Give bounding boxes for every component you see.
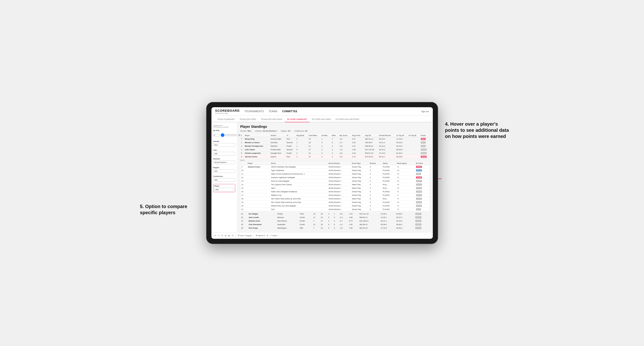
col-event-rank-impact: Rank Impact bbox=[396, 162, 415, 165]
col-event-w-points: W Points bbox=[415, 162, 430, 165]
table-row: 24 Bastien Amat New Mexico Fourth 1 27 2… bbox=[240, 219, 430, 223]
year-label: Year bbox=[213, 149, 235, 151]
toolbar-separator bbox=[236, 234, 236, 237]
no-rds-slider[interactable] bbox=[221, 133, 237, 137]
conference-select[interactable]: (All) bbox=[213, 178, 235, 182]
region-select[interactable]: N/A bbox=[213, 169, 235, 173]
col-no-rds: No Rds. bbox=[321, 134, 331, 137]
update-time: Update time: 27/01/2024 16:56:26 bbox=[213, 125, 235, 128]
conference-section: Conference (All) bbox=[213, 175, 235, 182]
division-section: Division NCAA Division I bbox=[213, 158, 235, 164]
tab-team-h2h-heatmap[interactable]: TEAM H2H HEATMAP bbox=[258, 118, 285, 122]
gender-select[interactable]: Men Women bbox=[213, 143, 235, 147]
event-points[interactable]: 24.11 bbox=[416, 183, 422, 186]
table-row: 13 Amer An Intercollegiate NCAA Division… bbox=[240, 179, 430, 183]
event-points[interactable]: 65.40 bbox=[416, 205, 422, 207]
division-select[interactable]: NCAA Division I bbox=[213, 161, 235, 164]
points-value[interactable]: 40.27 bbox=[415, 216, 422, 218]
event-points[interactable]: 73.23 bbox=[416, 176, 422, 178]
points-value-hovered[interactable]: 58.18 bbox=[421, 156, 427, 158]
no-rds-label: No Rds. bbox=[213, 129, 235, 132]
col-yr: Yr bbox=[286, 134, 296, 137]
event-points[interactable]: 24.11 bbox=[416, 187, 422, 189]
table-row: 19 SEC Stroke Play hosted by Jerry Pate … bbox=[240, 200, 430, 204]
col-reg-rank: Reg Rank bbox=[296, 134, 308, 137]
tablet-frame: SCOREBOARD Powered by clippi TOURNAMENTS… bbox=[206, 102, 438, 244]
logo-text: SCOREBOARD bbox=[215, 109, 240, 112]
nav-teams[interactable]: TEAMS bbox=[269, 109, 278, 114]
points-value[interactable]: 68.94 bbox=[421, 149, 427, 151]
player-section: Player (All) bbox=[213, 184, 235, 192]
tablet-screen: SCOREBOARD Powered by clippi TOURNAMENTS… bbox=[212, 107, 433, 239]
year-select[interactable]: (All) bbox=[213, 152, 235, 156]
event-points[interactable]: 46.7 bbox=[416, 173, 421, 175]
clock-btn[interactable]: ⏱ bbox=[232, 234, 234, 237]
tab-player-h2h-heatmap[interactable]: PLAYER H2H HEATMAP bbox=[333, 118, 362, 122]
redo-btn[interactable]: ↪ bbox=[218, 234, 220, 237]
logo-sub: Powered by clippi bbox=[215, 112, 240, 114]
tab-player-summary[interactable]: PLAYER SUMMARY bbox=[285, 118, 309, 122]
niche-label: Niche bbox=[240, 159, 430, 161]
table-row: 1 Wenyi Ding Arizona State First 1 15 1 … bbox=[240, 137, 430, 141]
points-value[interactable]: 38.49 bbox=[415, 227, 422, 229]
col-adj-score: Adj. Score bbox=[338, 134, 351, 137]
undo-btn[interactable]: ↩ bbox=[214, 234, 216, 237]
col-event-rounds: Rounds bbox=[369, 162, 382, 165]
view-label: View: Original bbox=[240, 234, 252, 237]
share-btn[interactable]: ↗ Share bbox=[270, 234, 277, 237]
grid-btn[interactable]: ⊞ bbox=[228, 234, 230, 237]
view-original-btn[interactable]: 👁 View: Original bbox=[238, 234, 252, 237]
tab-player-h2h-grid[interactable]: PLAYER H2H GRID bbox=[310, 118, 333, 122]
event-points[interactable]: 30.47 bbox=[416, 194, 422, 196]
table-row: 22 Ian Gilligan Florida Third 10 24 1 1 … bbox=[240, 212, 430, 216]
table-row: 18 SEC Match Play hosted by Jerry Pate N… bbox=[240, 197, 430, 200]
points-value[interactable]: 40.02 bbox=[415, 220, 422, 222]
table-row: 25 Cole Sherwood Vanderbilt Fourth 12 23… bbox=[240, 223, 430, 226]
nav-tournaments[interactable]: TOURNAMENTS bbox=[244, 109, 264, 114]
table-row: 26 Petr Hruby Washington Fifth 7 23 0 0 … bbox=[240, 226, 430, 230]
points-value[interactable]: 39.95 bbox=[415, 223, 422, 226]
more-players-table: 22 Ian Gilligan Florida Third 10 24 1 1 … bbox=[240, 212, 430, 230]
event-points[interactable]: 57.57 bbox=[416, 180, 422, 182]
refresh-btn[interactable]: ⟳ bbox=[221, 234, 223, 237]
annotation-left-text: 5. Option to compare specific players bbox=[140, 204, 187, 215]
table-row: 4 Luke Claton Florida State Second 5 27 … bbox=[240, 148, 430, 151]
event-points[interactable]: 53.60 bbox=[416, 169, 422, 172]
event-points[interactable]: 20.64 bbox=[416, 166, 422, 168]
no-rds-section: No Rds. bbox=[213, 129, 235, 138]
player-select[interactable]: (All) bbox=[214, 188, 234, 191]
nav-committee[interactable]: COMMITTEE bbox=[282, 109, 298, 114]
points-value[interactable]: 40.58 bbox=[415, 213, 422, 215]
sign-out-link[interactable]: Sign out bbox=[421, 110, 429, 113]
filter-gender: Gender: Men bbox=[240, 130, 252, 132]
points-value[interactable]: 76.2 bbox=[421, 142, 426, 144]
col-overall: Overall Record bbox=[378, 134, 395, 137]
col-avg-to-par: Avg to-Par bbox=[351, 134, 364, 137]
event-points[interactable]: 16.50 bbox=[416, 190, 422, 193]
points-value[interactable]: 70.2 bbox=[421, 145, 426, 147]
panel-title: Player Standings bbox=[240, 125, 430, 129]
download-btn[interactable]: ⬇ bbox=[266, 234, 268, 237]
no-rds-min-input[interactable] bbox=[213, 134, 220, 137]
event-points[interactable]: 25.36 bbox=[416, 198, 422, 200]
tab-team-h2h-grid[interactable]: TEAM H2H GRID bbox=[237, 118, 259, 122]
points-value[interactable]: 60.09 bbox=[421, 152, 427, 154]
sub-nav: TEAM SUMMARY TEAM H2H GRID TEAM H2H HEAT… bbox=[212, 116, 433, 122]
col-vs50: Vs Top 50 bbox=[408, 134, 420, 137]
table-row: 16 Fallen Oak Collegiate Invitational NC… bbox=[240, 190, 430, 193]
table-row: 20 Mirabel Maui Jim Intercollegiate NCAA… bbox=[240, 204, 430, 208]
division-label: Division bbox=[213, 158, 235, 160]
copy-btn[interactable]: ⧉ bbox=[225, 234, 226, 237]
table-row: 12 Southern Highlands Collegiate NCAA Di… bbox=[240, 176, 430, 179]
tab-team-summary[interactable]: TEAM SUMMARY bbox=[215, 118, 237, 122]
gender-label: Gender bbox=[213, 140, 235, 142]
points-value[interactable]: 88.2 bbox=[421, 138, 426, 140]
filter-division: Division: NCAA Division I bbox=[255, 130, 277, 132]
event-points[interactable]: 44.0 bbox=[416, 208, 421, 210]
region-section: Region N/A bbox=[213, 167, 235, 173]
annotation-right: 4. Hover over a player's points to see a… bbox=[445, 121, 511, 139]
conference-label: Conference bbox=[213, 175, 235, 177]
watch-btn[interactable]: 👁 Watch ▾ bbox=[256, 234, 265, 237]
event-points[interactable]: 56.18 bbox=[416, 201, 422, 203]
table-row: 14 The Cypress Point Classic NCAA Divisi… bbox=[240, 183, 430, 186]
